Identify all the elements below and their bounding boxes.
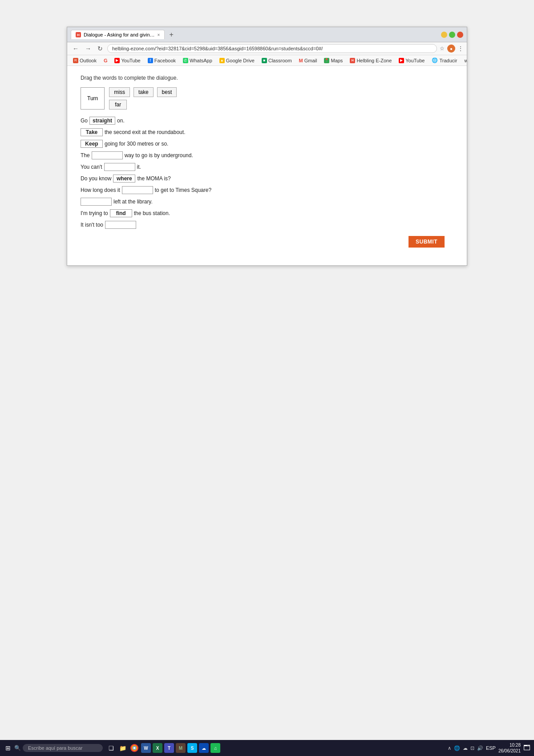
blank-far[interactable] <box>105 221 136 229</box>
text-to-get: to get to Times Square? <box>155 187 211 193</box>
text-trying-to: I'm trying to <box>81 210 108 216</box>
turn-word-btn[interactable]: Turn <box>81 87 105 110</box>
text-it: it. <box>137 164 141 170</box>
bookmark-item-youtube[interactable]: ▶ YouTube <box>112 57 142 64</box>
title-bar: H Dialogue - Asking for and givin… × + <box>67 27 467 42</box>
tab-close-btn[interactable]: × <box>158 33 160 37</box>
bookmark-item-gmail[interactable]: M Gmail <box>297 57 320 64</box>
filled-keep[interactable]: Keep <box>81 140 103 148</box>
blank-turn[interactable] <box>81 198 112 206</box>
filled-find[interactable]: find <box>110 209 132 217</box>
blank-take[interactable] <box>122 186 153 194</box>
back-btn[interactable]: ← <box>71 44 81 53</box>
text-on: on. <box>117 118 125 124</box>
word-far[interactable]: far <box>109 100 127 110</box>
new-tab-btn[interactable]: + <box>167 31 175 39</box>
bookmark-item-gdrive[interactable]: ▲ Google Drive <box>217 57 257 64</box>
browser-tab[interactable]: H Dialogue - Asking for and givin… × <box>71 30 165 39</box>
dialogue-line-2: Take the second exit at the roundabout. <box>81 128 453 136</box>
address-bar[interactable] <box>107 44 437 53</box>
bookmark-item-classroom[interactable]: ■ Classroom <box>259 57 294 64</box>
filled-where[interactable]: where <box>113 175 135 183</box>
dialogue-line-1: Go straight on. <box>81 117 453 125</box>
text-way-to-go: way to go is by underground. <box>125 152 193 159</box>
text-the-moma: the MOMA is? <box>137 175 170 182</box>
window-controls <box>441 32 463 38</box>
dialogue-line-6: Do you know where the MOMA is? <box>81 175 453 183</box>
nav-icons: ☆ ● ⋮ <box>440 45 463 53</box>
text-how-long: How long does it <box>81 187 120 193</box>
bookmark-item-maps[interactable]: 📍 Maps <box>322 57 345 64</box>
browser-window: H Dialogue - Asking for and givin… × + ←… <box>67 27 467 266</box>
dialogue-line-8: left at the library. <box>81 198 453 206</box>
word-best[interactable]: best <box>157 87 177 97</box>
top-area: Turn miss take best far <box>81 87 453 110</box>
blank-miss[interactable] <box>104 163 135 171</box>
bookmark-item-wordref[interactable]: wR WordReference <box>462 57 467 64</box>
instruction-text: Drag the words to complete the dialogue. <box>81 75 453 81</box>
nav-bar: ← → ↻ ☆ ● ⋮ <box>67 42 467 55</box>
filled-straight[interactable]: straight <box>89 117 115 125</box>
tab-favicon: H <box>76 32 81 37</box>
text-second-exit: the second exit at the roundabout. <box>105 129 185 135</box>
dialogue-line-10: It isn't too <box>81 221 453 229</box>
bookmark-item-outlook[interactable]: R Outlook <box>71 57 99 64</box>
bookmark-item-whatsapp[interactable]: ✆ WhatsApp <box>181 57 214 64</box>
word-take[interactable]: take <box>134 87 154 97</box>
dialogue-line-3: Keep going for 300 metres or so. <box>81 140 453 148</box>
text-isnt-too: It isn't too <box>81 222 103 228</box>
bookmark-item-youtube2[interactable]: ▶ YouTube <box>396 57 427 64</box>
dialogue-line-7: How long does it to get to Times Square? <box>81 186 453 194</box>
menu-icon[interactable]: ⋮ <box>458 45 463 52</box>
filled-take[interactable]: Take <box>81 128 103 136</box>
text-the: The <box>81 152 90 159</box>
text-do-you-know: Do you know <box>81 175 111 182</box>
close-btn[interactable] <box>457 32 463 38</box>
text-going: going for 300 metres or so. <box>105 141 168 147</box>
text-bus-station: the bus station. <box>134 210 170 216</box>
maximize-btn[interactable] <box>449 32 455 38</box>
word-miss[interactable]: miss <box>109 87 130 97</box>
word-bank: miss take best far <box>109 87 177 110</box>
bookmark-item-helbling[interactable]: H Helbling E-Zone <box>348 57 394 64</box>
tab-title: Dialogue - Asking for and givin… <box>84 32 155 37</box>
submit-area: SUBMIT <box>81 236 453 248</box>
text-go: Go <box>81 118 88 124</box>
text-you-cant: You can't <box>81 164 102 170</box>
bookmark-star-icon[interactable]: ☆ <box>440 45 445 52</box>
forward-btn[interactable]: → <box>83 44 93 53</box>
word-bank-row-1: miss take best <box>109 87 177 97</box>
dialogue-container: Go straight on. Take the second exit at … <box>81 117 453 229</box>
bookmark-item-traducir[interactable]: 🌐 Traducir <box>429 57 459 64</box>
word-bank-row-2: far <box>109 100 177 110</box>
dialogue-line-4: The way to go is by underground. <box>81 151 453 159</box>
text-left-at: left at the library. <box>113 199 153 205</box>
dialogue-line-9: I'm trying to find the bus station. <box>81 209 453 217</box>
minimize-btn[interactable] <box>441 32 447 38</box>
page-content: Drag the words to complete the dialogue.… <box>67 66 467 265</box>
bookmarks-bar: R Outlook G ▶ YouTube f Facebook ✆ Whats… <box>67 55 467 66</box>
reload-btn[interactable]: ↻ <box>96 44 105 53</box>
submit-btn[interactable]: SUBMIT <box>409 236 445 248</box>
dialogue-line-5: You can't it. <box>81 163 453 171</box>
bookmark-item-facebook[interactable]: f Facebook <box>146 57 178 64</box>
blank-best[interactable] <box>92 151 123 159</box>
bookmark-item-google[interactable]: G <box>101 57 110 64</box>
profile-icon[interactable]: ● <box>447 45 455 53</box>
